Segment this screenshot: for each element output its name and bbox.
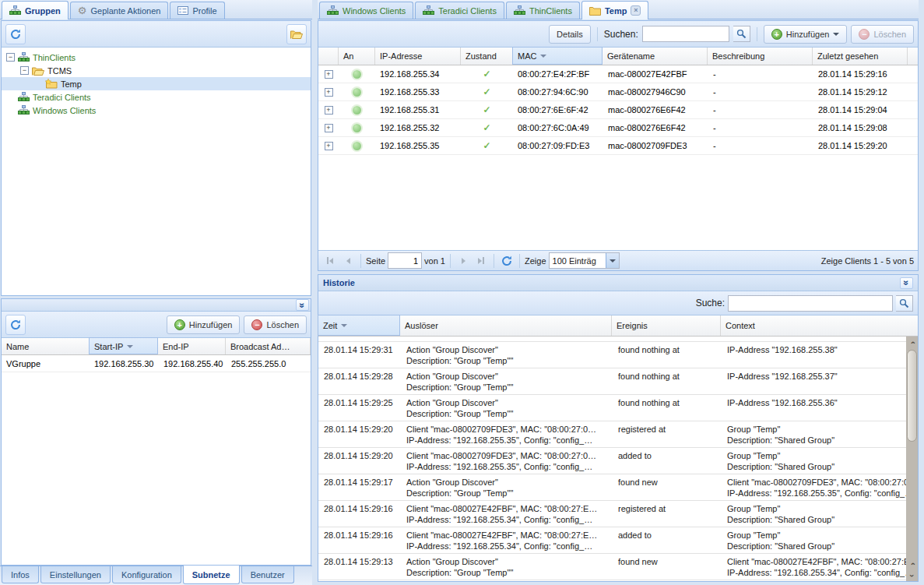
history-row[interactable]: 28.01.14 15:29:20 Client "mac-08002709FD… — [318, 421, 918, 448]
right-region: Windows Clients Teradici Clients ThinCli… — [318, 0, 919, 585]
column-header-end-ip[interactable]: End-IP — [158, 338, 226, 354]
scroll-down-button[interactable]: › — [906, 569, 918, 581]
cell-context: Group "Temp"Description: "Shared Group" — [722, 527, 918, 553]
column-header-name[interactable]: Name — [2, 338, 90, 354]
cell-time: 28.01.14 15:29:28 — [318, 368, 401, 394]
prev-page-button[interactable] — [340, 253, 356, 269]
tree-item-windows-clients[interactable]: Windows Clients — [2, 104, 311, 117]
combo-trigger-button[interactable] — [606, 253, 619, 268]
delete-subnet-button[interactable]: − Löschen — [244, 315, 307, 334]
refresh-page-button[interactable] — [499, 253, 515, 269]
cell-context: IP-Address "192.168.255.36" — [722, 395, 918, 421]
next-page-button[interactable] — [455, 253, 471, 269]
expand-row-icon[interactable]: + — [325, 70, 333, 79]
tab-label: Konfiguration — [121, 570, 172, 580]
tab-profile[interactable]: Profile — [170, 2, 224, 19]
tab-subnetze[interactable]: Subnetze — [183, 566, 240, 584]
column-header-start-ip[interactable]: Start-IP — [89, 337, 158, 354]
column-header-an[interactable]: An — [339, 48, 375, 65]
tab-temp[interactable]: Temp × — [581, 1, 649, 19]
expand-row-icon[interactable]: + — [325, 106, 333, 115]
collapse-icon[interactable]: − — [6, 53, 15, 62]
cell-mac: 08:00:27:09:FD:E3 — [513, 137, 603, 154]
details-button[interactable]: Details — [549, 25, 591, 44]
expand-row-icon[interactable]: + — [325, 88, 333, 97]
paging-status: Zeige Clients 1 - 5 von 5 — [821, 256, 914, 266]
cell-seen: 28.01.14 15:29:20 — [813, 137, 908, 154]
client-row[interactable]: + 192.168.255.33 ✓ 08:00:27:94:6C:90 mac… — [318, 83, 918, 101]
tab-teradici-clients[interactable]: Teradici Clients — [415, 2, 504, 19]
subnet-row[interactable]: VGruppe 192.168.255.30 192.168.255.40 25… — [2, 355, 311, 372]
tab-benutzer[interactable]: Benutzer — [241, 566, 294, 583]
collapse-panel-button[interactable]: » — [296, 299, 309, 311]
tree-item-label: Windows Clients — [33, 106, 96, 115]
column-header-context[interactable]: Context — [721, 315, 918, 336]
collapse-history-button[interactable]: » — [900, 277, 913, 289]
clients-toolbar: Details Suchen: + Hinzufügen − — [318, 21, 918, 48]
scroll-up-button-bottom[interactable]: › — [906, 558, 918, 569]
search-button[interactable] — [733, 26, 750, 42]
history-row[interactable]: 28.01.14 15:29:17 Action "Group Discover… — [318, 474, 918, 501]
history-search-bar: Suche: — [318, 291, 918, 315]
refresh-button[interactable] — [5, 315, 26, 335]
column-header-beschreibung[interactable]: Beschreibung — [708, 48, 813, 65]
add-subnet-button[interactable]: + Hinzufügen — [167, 315, 241, 334]
history-search-input[interactable] — [728, 295, 893, 312]
status-check-icon: ✓ — [483, 122, 490, 133]
page-size-combo[interactable]: 100 Einträg — [549, 252, 620, 269]
first-page-button[interactable] — [322, 253, 338, 269]
search-input[interactable] — [642, 26, 729, 42]
tree-item-temp[interactable]: Temp — [2, 77, 311, 90]
tab-label: Subnetze — [192, 570, 230, 580]
tab-label: Gruppen — [25, 6, 61, 16]
client-row[interactable]: + 192.168.255.32 ✓ 08:00:27:6C:0A:49 mac… — [318, 119, 918, 137]
scrollbar-thumb[interactable] — [907, 350, 917, 442]
tab-windows-clients[interactable]: Windows Clients — [319, 2, 413, 19]
expand-row-icon[interactable]: + — [325, 142, 333, 150]
history-search-button[interactable] — [896, 295, 913, 312]
history-row[interactable]: 28.01.14 15:29:20 Client "mac-08002709FD… — [318, 448, 918, 474]
folder-open-icon — [32, 66, 44, 76]
column-header-zuletzt-gesehen[interactable]: Zuletzt gesehen — [813, 48, 908, 65]
tree-item-teradici-clients[interactable]: Teradici Clients — [2, 90, 311, 104]
tab-gruppen[interactable]: Gruppen — [2, 1, 69, 19]
client-row[interactable]: + 192.168.255.34 ✓ 08:00:27:E4:2F:BF mac… — [318, 65, 918, 83]
expand-row-icon[interactable]: + — [325, 124, 333, 132]
history-row[interactable]: 28.01.14 15:29:13 Action "Group Discover… — [318, 554, 918, 580]
collapse-icon[interactable]: − — [20, 66, 29, 75]
column-header-geraetename[interactable]: Gerätename — [603, 48, 708, 65]
last-page-button[interactable] — [473, 253, 489, 269]
open-folder-button[interactable] — [286, 24, 307, 44]
refresh-button[interactable] — [5, 24, 26, 44]
client-row[interactable]: + 192.168.255.35 ✓ 08:00:27:09:FD:E3 mac… — [318, 137, 918, 155]
column-header-ausloeser[interactable]: Auslöser — [400, 315, 612, 336]
column-header-mac[interactable]: MAC — [512, 47, 603, 65]
cell-device: mac-0800276E6F42 — [603, 119, 708, 136]
scroll-up-button[interactable]: › — [906, 337, 918, 348]
history-row[interactable]: 28.01.14 15:29:16 Client "mac-080027E42F… — [318, 527, 918, 554]
tree-item-tcms[interactable]: − TCMS — [2, 64, 311, 77]
history-row[interactable]: 28.01.14 15:29:31 Action "Group Discover… — [318, 342, 918, 368]
tree-item-thinclients[interactable]: − ThinClients — [2, 51, 311, 64]
column-header-ereignis[interactable]: Ereignis — [612, 315, 721, 336]
history-scrollbar[interactable]: › › › — [906, 337, 918, 581]
history-row[interactable]: 28.01.14 15:29:28 Action "Group Discover… — [318, 368, 918, 395]
cell-trigger: Action "Group Discover"Description: "Gro… — [401, 342, 613, 368]
column-header-zustand[interactable]: Zustand — [461, 48, 513, 65]
tab-geplante-aktionen[interactable]: ⚙ Geplante Aktionen — [70, 2, 169, 19]
column-header-ip[interactable]: IP-Adresse — [375, 48, 461, 65]
cell-time: 28.01.14 15:29:25 — [318, 395, 401, 421]
tab-thinclients[interactable]: ThinClients — [506, 2, 580, 19]
tab-einstellungen[interactable]: Einstellungen — [40, 566, 111, 583]
history-row[interactable]: 28.01.14 15:29:16 Client "mac-080027E42F… — [318, 501, 918, 527]
client-row[interactable]: + 192.168.255.31 ✓ 08:00:27:6E:6F:42 mac… — [318, 101, 918, 119]
column-header-broadcast[interactable]: Broadcast Ad… — [226, 338, 311, 354]
add-client-button[interactable]: + Hinzufügen — [764, 25, 848, 44]
page-number-input[interactable] — [388, 252, 422, 269]
close-tab-icon[interactable]: × — [631, 5, 641, 16]
delete-client-button[interactable]: − Löschen — [851, 25, 914, 44]
tab-konfiguration[interactable]: Konfiguration — [112, 566, 181, 583]
tab-infos[interactable]: Infos — [2, 566, 39, 583]
history-row[interactable]: 28.01.14 15:29:25 Action "Group Discover… — [318, 395, 918, 421]
column-header-zeit[interactable]: Zeit — [318, 315, 400, 336]
